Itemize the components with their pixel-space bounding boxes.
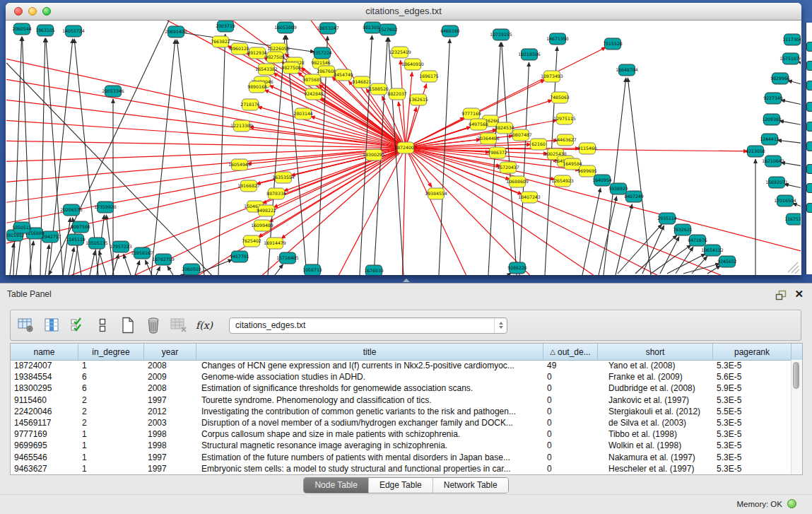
graph-node[interactable]: 10719155 (490, 29, 512, 40)
graph-edge[interactable] (167, 266, 173, 275)
cell-out_degree[interactable]: 0 (543, 418, 598, 428)
graph-node[interactable]: 10653247 (317, 23, 339, 34)
table-row[interactable]: 1872400712008Changes of HCN gene express… (11, 360, 792, 371)
graph-edge[interactable] (519, 62, 529, 275)
graph-node[interactable]: 16053809 (274, 22, 297, 33)
graph-edge[interactable] (788, 81, 801, 87)
column-header-out_degree[interactable]: △out_de... (543, 344, 598, 360)
graph-node[interactable]: 1117304 (782, 34, 801, 45)
graph-node[interactable]: 9286220 (507, 262, 527, 274)
cell-name[interactable]: 9463627 (11, 464, 78, 474)
graph-node[interactable]: 15716485 (276, 252, 299, 264)
graph-node[interactable]: 8471676 (688, 235, 707, 246)
graph-node[interactable]: 16099489 (251, 220, 273, 231)
cell-pagerank[interactable]: 5.3E-5 (713, 464, 792, 474)
graph-node[interactable]: 20053346 (102, 86, 124, 97)
graph-node[interactable]: 16782759 (152, 254, 175, 265)
graph-edge[interactable] (781, 100, 801, 107)
table-vertical-scrollbar[interactable] (791, 360, 802, 474)
graph-node[interactable]: 8213058 (746, 146, 765, 157)
graph-node[interactable]: 15720437 (497, 162, 519, 173)
graph-edge[interactable] (784, 184, 801, 190)
graph-node[interactable]: 10807487 (510, 129, 532, 141)
graph-node[interactable]: 12213389 (230, 120, 253, 132)
table-row[interactable]: 969969511998Structural magnetic resonanc… (11, 440, 792, 451)
graph-edge[interactable] (635, 235, 677, 274)
graph-node[interactable]: 9245652 (717, 256, 737, 267)
graph-node[interactable]: 12325419 (389, 47, 411, 58)
graph-node[interactable]: 9890168 (247, 81, 267, 93)
panel-split-grip[interactable] (403, 279, 410, 282)
cell-name[interactable]: 14569117 (11, 418, 78, 428)
cell-out_degree[interactable]: 0 (543, 440, 598, 450)
merge-cells-icon[interactable] (93, 316, 112, 334)
graph-edge[interactable] (90, 251, 95, 275)
cell-out_degree[interactable]: 0 (543, 429, 598, 439)
graph-edge[interactable] (69, 247, 74, 275)
select-rows-icon[interactable] (68, 316, 86, 334)
graph-node[interactable]: 17359928 (94, 201, 117, 213)
graph-edge[interactable] (792, 204, 801, 210)
column-header-in_degree[interactable]: in_degree (78, 344, 144, 360)
cell-out_degree[interactable]: 0 (543, 383, 598, 393)
graph-node[interactable]: 9699695 (577, 165, 597, 177)
dropdown-stepper-icon[interactable] (494, 318, 507, 333)
graph-node[interactable]: 9827509 (265, 52, 285, 63)
cell-year[interactable]: 1998 (144, 429, 196, 439)
table-row[interactable]: 1830029562008Estimation of significance … (11, 382, 792, 394)
column-header-title[interactable]: title (196, 344, 543, 360)
window-resize-grip[interactable] (788, 262, 799, 274)
graph-node[interactable]: 10654112 (701, 245, 724, 256)
cell-out_degree[interactable]: 0 (543, 372, 598, 382)
graph-edge[interactable] (331, 148, 406, 275)
graph-node[interactable]: 15751074 (779, 53, 801, 64)
graph-node[interactable]: 9777169 (461, 108, 481, 119)
zoom-window-icon[interactable] (42, 7, 51, 16)
cell-title[interactable]: Changes of HCN gene expression and I(f) … (196, 361, 543, 370)
network-view[interactable]: 1872400718300295766382289601288912934152… (6, 21, 801, 275)
table-row[interactable]: 946554611997Estimation of the future num… (11, 452, 792, 463)
graph-edge[interactable] (502, 42, 517, 275)
cell-title[interactable]: Tourette syndrome. Phenomenology and cla… (196, 395, 543, 405)
graph-node[interactable]: 9457791 (230, 251, 249, 262)
column-header-pagerank[interactable]: pagerank (713, 344, 792, 360)
cell-pagerank[interactable]: 5.3E-5 (713, 440, 792, 450)
cell-year[interactable]: 2003 (144, 418, 196, 428)
cell-pagerank[interactable]: 5.9E-5 (713, 383, 792, 393)
graph-node[interactable]: 2935114 (657, 213, 677, 224)
graph-node[interactable]: 18407243 (518, 192, 541, 203)
graph-node[interactable]: 1676033 (364, 265, 384, 275)
cell-in_degree[interactable]: 1 (78, 440, 144, 450)
graph-node[interactable]: 16210643 (762, 156, 784, 167)
cell-short[interactable]: Nakamura et al. (1997) (598, 452, 713, 462)
graph-edge[interactable] (401, 60, 406, 148)
network-canvas[interactable]: 1872400718300295766382289601288912934152… (6, 21, 801, 275)
cell-in_degree[interactable]: 2 (78, 395, 144, 405)
close-window-icon[interactable] (14, 7, 23, 16)
graph-node[interactable]: 20364486 (477, 133, 500, 144)
graph-node[interactable]: 10973493 (541, 71, 563, 82)
graph-node[interactable]: 1145119 (66, 234, 86, 245)
cell-in_degree[interactable]: 2 (78, 418, 144, 428)
graph-edge[interactable] (582, 188, 601, 275)
graph-node[interactable]: 14055724 (62, 25, 85, 37)
graph-edge[interactable] (124, 254, 131, 275)
graph-node[interactable]: 20691406 (165, 26, 187, 37)
column-header-year[interactable]: year (144, 344, 196, 360)
table-mode-icon[interactable] (17, 316, 35, 334)
graph-node[interactable]: 9827508 (281, 62, 301, 74)
cell-title[interactable]: Structural magnetic resonance image aver… (196, 440, 543, 450)
graph-node[interactable]: 1167533 (784, 214, 801, 225)
cell-title[interactable]: Corpus callosum shape and size in male p… (196, 429, 543, 439)
cell-name[interactable]: 9777169 (11, 429, 78, 439)
graph-node[interactable]: 5850511 (12, 222, 32, 233)
show-columns-icon[interactable] (42, 316, 61, 334)
background-window-sliver[interactable] (806, 23, 812, 274)
graph-edge[interactable] (406, 148, 555, 180)
cell-out_degree[interactable]: 49 (543, 361, 598, 370)
graph-edge[interactable] (6, 148, 406, 183)
cell-title[interactable]: Investigating the contribution of common… (196, 407, 543, 416)
column-header-short[interactable]: short (598, 344, 713, 360)
graph-node[interactable]: 17016504 (774, 195, 796, 206)
tab-edge-table[interactable]: Edge Table (368, 478, 433, 493)
